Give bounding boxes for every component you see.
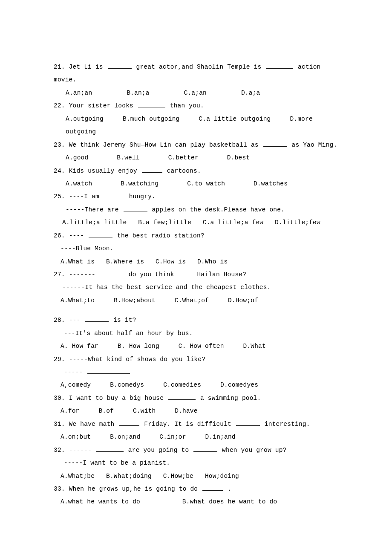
option-b: B.an;a [127,90,149,96]
q-text: ----I am [69,193,99,200]
q-text: ---- [69,232,84,239]
option-b: B.What;doing [106,473,152,480]
question-29-line2: ----- [64,366,341,379]
q-text: -----What kind of shows do you like? [69,356,205,363]
option-c: C.a little;a few [203,219,263,226]
option-a: A. How far [61,343,98,350]
question-23: 23. We think Jeremy Shu—How Lin can play… [54,139,341,151]
option-b: B.comedys [110,382,144,388]
option-b: B.what does he want to do [182,498,277,505]
blank [119,420,139,426]
option-c: C.a little outgoing [199,116,271,122]
q-text: great actor,and Shaolin Temple is [136,64,262,70]
q-text: interesting. [265,421,310,428]
option-d: D.best [227,154,250,161]
q-text: I want to buy a big house [69,395,164,402]
question-26-line2: ----Blue Moon. [61,242,341,255]
option-c: C.How;be [163,473,193,480]
q-text: ------ [69,447,92,454]
option-a: A.little;a little [62,219,127,226]
question-31: 31. We have math Friday. It is difficult… [54,418,341,431]
option-a: A.an;an [66,90,92,96]
question-24: 24. Kids usually enjoy cartoons. [54,165,341,177]
options-25: A.little;a little B.a few;little C.a lit… [62,216,341,229]
option-b: B. How long [118,343,159,350]
blank [202,485,223,491]
options-27: A.What;to B.How;about C.What;of D.How;of [61,294,341,307]
option-c: C.a;an [184,90,207,96]
question-26: 26. ---- the best radio station? [54,229,341,242]
blank [96,446,124,452]
option-b: B.a few;little [138,219,191,226]
option-a: A,comedy [61,382,91,388]
question-25-line2: -----There are apples on the desk.Please… [66,203,341,216]
q-text: are you going to [128,447,189,454]
q-text: . [228,486,231,492]
options-28: A. How far B. How long C. How often D.Wh… [61,340,341,353]
question-33: 33. When he grows up,he is going to do . [54,483,341,495]
q-text: do you think [129,271,174,278]
option-b: B.on;and [110,434,140,440]
q-num: 27. [54,271,65,278]
options-22: A.outgoing B.much outgoing C.a little ou… [66,113,341,139]
blank [100,270,124,276]
q-text: when you grow up? [222,447,286,454]
options-21: A.an;an B.an;a C.a;an D.a;a [66,87,341,99]
q-text: Jet Li is [69,64,103,70]
options-24: A.watch B.watching C.to watch D.watches [66,177,341,190]
option-a: A.on;but [61,434,91,440]
q-text: When he grows up,he is going to do [69,486,198,492]
q-text: --- [69,317,81,324]
option-d: D.How;of [228,297,258,304]
q-text: hungry. [129,193,156,200]
question-29: 29. -----What kind of shows do you like? [54,353,341,366]
q-text: ----Blue Moon. [61,245,114,252]
option-a: A.watch [66,180,92,187]
blank [266,63,293,69]
option-d: D.comedyes [220,382,258,388]
q-num: 26. [54,232,65,239]
blank [263,141,287,147]
blank [104,192,124,198]
option-c: C. How often [179,343,224,350]
option-d: D.watches [254,180,288,187]
q-text: -----I want to be a pianist. [64,460,170,466]
q-text: is it? [113,317,136,324]
options-32: A.What;be B.What;doing C.How;be How;doin… [61,470,341,483]
option-b: B.Where is [106,258,144,265]
q-num: 24. [54,168,65,174]
option-d: D.have [175,408,197,414]
q-num: 33. [54,486,65,492]
blank [179,270,192,276]
option-a: A.good [66,154,88,161]
option-a: A.What;be [61,473,95,480]
question-28-line2: ---It's about half an hour by bus. [64,327,341,340]
option-d: D.little;few [275,219,320,226]
option-a: A.outgoing [66,116,104,122]
option-c: C.What;of [175,297,209,304]
q-text: ----- [64,369,83,376]
option-a: A.What is [61,258,95,265]
question-32-line2: -----I want to be a pianist. [64,457,341,469]
q-num: 31. [54,421,65,428]
q-text: Your sister looks [69,102,133,109]
blank [87,368,130,374]
q-text: a swimming pool. [200,395,261,402]
option-c: C.How is [156,258,186,265]
q-text: the best radio station? [117,232,205,239]
options-31: A.on;but B.on;and C.in;or D.in;and [61,431,341,443]
options-26: A.What is B.Where is C.How is D.Who is [61,255,341,268]
option-a: A.for [61,408,80,414]
question-28: 28. --- is it? [54,314,341,327]
q-num: 25. [54,193,65,200]
q-text: Friday. It is difficult [144,421,231,428]
worksheet-page: 21. Jet Li is great actor,and Shaolin Te… [0,0,392,555]
option-d: D.a;a [241,90,260,96]
blank [236,420,260,426]
option-d: D.Who is [197,258,228,265]
option-b: B.watching [121,180,159,187]
option-d: How;doing [205,473,239,480]
options-33: A.what he wants to do B.what does he wan… [61,495,341,508]
blank [142,166,162,172]
option-c: C.to watch [187,180,225,187]
